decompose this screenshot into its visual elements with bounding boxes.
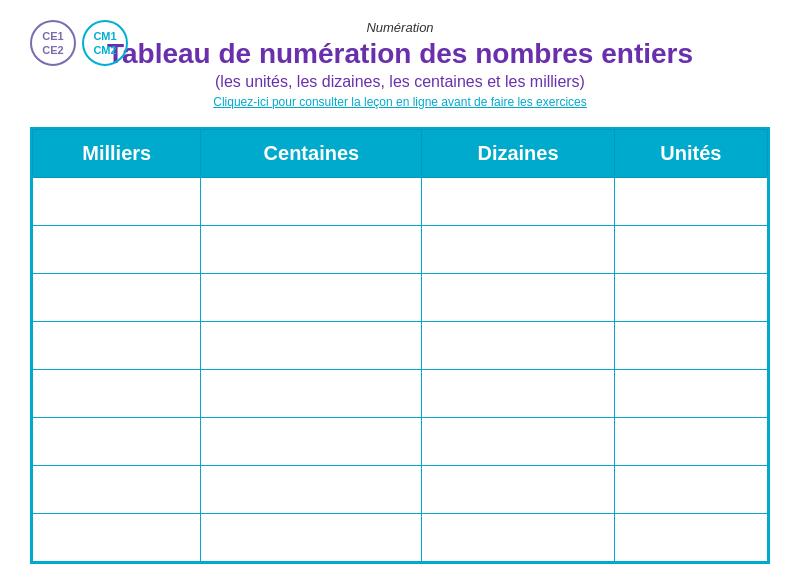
table-row xyxy=(33,273,768,321)
cell[interactable] xyxy=(201,417,422,465)
table-row xyxy=(33,369,768,417)
cell[interactable] xyxy=(422,321,614,369)
cell[interactable] xyxy=(614,273,767,321)
lesson-link[interactable]: Cliquez-ici pour consulter la leçon en l… xyxy=(213,95,587,109)
cell[interactable] xyxy=(422,417,614,465)
title-block: Numération Tableau de numération des nom… xyxy=(107,20,693,91)
header-top: CE1 CE2 CM1 CM2 Numération Tableau de nu… xyxy=(30,20,770,91)
cell[interactable] xyxy=(422,513,614,561)
header: CE1 CE2 CM1 CM2 Numération Tableau de nu… xyxy=(30,20,770,117)
numeration-table: Milliers Centaines Dizaines Unités xyxy=(32,129,768,562)
badge-ce-line2: CE2 xyxy=(42,43,63,57)
cell[interactable] xyxy=(614,321,767,369)
cell[interactable] xyxy=(33,465,201,513)
table-header-row: Milliers Centaines Dizaines Unités xyxy=(33,129,768,177)
cell[interactable] xyxy=(201,321,422,369)
badge-cm-line1: CM1 xyxy=(93,29,116,43)
badge-ce: CE1 CE2 xyxy=(30,20,76,66)
badges-container: CE1 CE2 CM1 CM2 xyxy=(30,20,128,66)
cell[interactable] xyxy=(201,273,422,321)
badge-ce-line1: CE1 xyxy=(42,29,63,43)
cell[interactable] xyxy=(201,513,422,561)
table-row xyxy=(33,177,768,225)
cell[interactable] xyxy=(422,177,614,225)
col-centaines: Centaines xyxy=(201,129,422,177)
badge-cm-line2: CM2 xyxy=(93,43,116,57)
numeration-label: Numération xyxy=(107,20,693,35)
cell[interactable] xyxy=(614,417,767,465)
subtitle: (les unités, les dizaines, les centaines… xyxy=(107,73,693,91)
cell[interactable] xyxy=(33,417,201,465)
badge-cm: CM1 CM2 xyxy=(82,20,128,66)
cell[interactable] xyxy=(201,369,422,417)
cell[interactable] xyxy=(422,273,614,321)
cell[interactable] xyxy=(614,513,767,561)
cell[interactable] xyxy=(33,513,201,561)
cell[interactable] xyxy=(614,369,767,417)
table-row xyxy=(33,225,768,273)
cell[interactable] xyxy=(33,225,201,273)
main-title: Tableau de numération des nombres entier… xyxy=(107,37,693,71)
cell[interactable] xyxy=(201,465,422,513)
col-dizaines: Dizaines xyxy=(422,129,614,177)
cell[interactable] xyxy=(614,225,767,273)
cell[interactable] xyxy=(422,465,614,513)
cell[interactable] xyxy=(614,177,767,225)
cell[interactable] xyxy=(33,321,201,369)
cell[interactable] xyxy=(201,177,422,225)
table-wrapper: Milliers Centaines Dizaines Unités xyxy=(30,127,770,564)
table-row xyxy=(33,321,768,369)
table-row xyxy=(33,465,768,513)
cell[interactable] xyxy=(33,369,201,417)
table-row xyxy=(33,513,768,561)
cell[interactable] xyxy=(201,225,422,273)
cell[interactable] xyxy=(422,369,614,417)
cell[interactable] xyxy=(422,225,614,273)
cell[interactable] xyxy=(33,177,201,225)
cell[interactable] xyxy=(614,465,767,513)
table-row xyxy=(33,417,768,465)
page: CE1 CE2 CM1 CM2 Numération Tableau de nu… xyxy=(0,0,800,566)
cell[interactable] xyxy=(33,273,201,321)
col-milliers: Milliers xyxy=(33,129,201,177)
col-unites: Unités xyxy=(614,129,767,177)
